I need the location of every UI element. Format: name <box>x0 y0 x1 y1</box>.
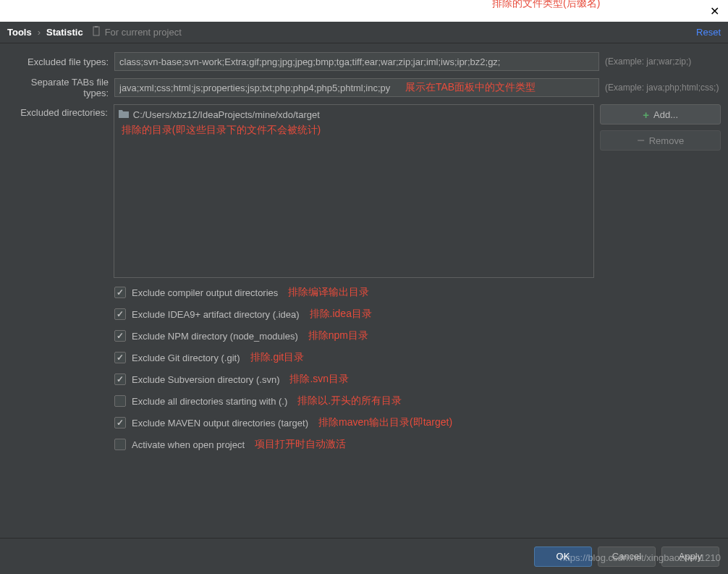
directory-list[interactable]: C:/Users/xbz12/IdeaProjects/mine/xdo/tar… <box>114 104 595 278</box>
clipboard-icon <box>92 26 101 38</box>
checkbox[interactable] <box>114 330 126 342</box>
scope-text: For current project <box>105 27 182 38</box>
label-excluded-types: Excluded file types: <box>7 56 109 67</box>
checkbox[interactable] <box>114 439 126 450</box>
label-tab-types: Separate TABs file types: <box>7 77 109 98</box>
scope-label: For current project <box>92 26 182 38</box>
reset-link[interactable]: Reset <box>696 27 721 38</box>
checkbox-label[interactable]: Exclude compiler output directories <box>132 287 278 298</box>
breadcrumb-current: Statistic <box>46 27 83 38</box>
checkbox-maven: Exclude MAVEN output directories (target… <box>114 415 721 430</box>
label-excluded-dirs: Excluded directories: <box>7 104 108 118</box>
checkbox-label[interactable]: Exclude Subversion directory (.svn) <box>132 374 279 385</box>
folder-icon <box>119 109 129 120</box>
annotation: 项目打开时自动激活 <box>255 438 346 451</box>
checkbox-npm: Exclude NPM directory (node_modules) 排除n… <box>114 329 721 343</box>
breadcrumb: Tools › Statistic <box>7 27 83 38</box>
checkbox-label[interactable]: Exclude NPM directory (node_modules) <box>132 331 298 342</box>
annotation: 排除.svn目录 <box>289 373 349 386</box>
breadcrumb-root[interactable]: Tools <box>7 27 32 38</box>
checkbox[interactable] <box>114 373 126 385</box>
add-label: Add... <box>653 109 678 120</box>
chevron-right-icon: › <box>38 27 41 38</box>
title-bar: ✕ <box>0 0 728 22</box>
checkbox-label[interactable]: Exclude MAVEN output directories (target… <box>132 418 308 429</box>
minus-icon: − <box>637 137 645 144</box>
excluded-types-input[interactable] <box>114 52 599 71</box>
annotation: 排除maven输出目录(即target) <box>318 416 452 429</box>
example-types: (Example: jar;war;zip;) <box>605 56 691 67</box>
cancel-button[interactable]: Cancel <box>598 546 656 567</box>
list-item[interactable]: C:/Users/xbz12/IdeaProjects/mine/xdo/tar… <box>117 108 591 122</box>
checkbox-idea-artifact: Exclude IDEA9+ artifact directory (.idea… <box>114 307 721 321</box>
checkbox[interactable] <box>114 395 126 407</box>
checkbox-label[interactable]: Activate when open project <box>132 439 245 450</box>
checkbox[interactable] <box>114 417 126 429</box>
checkbox-svn: Exclude Subversion directory (.svn) 排除.s… <box>114 372 721 387</box>
example-tabs: (Example: java;php;html;css;) <box>605 83 719 93</box>
checkbox-label[interactable]: Exclude Git directory (.git) <box>132 353 240 363</box>
remove-label: Remove <box>649 135 684 146</box>
annotation: 排除编译输出目录 <box>288 286 369 299</box>
settings-content: 排除的文件类型(后缀名) Excluded file types: (Examp… <box>0 43 728 466</box>
remove-button[interactable]: − Remove <box>600 130 721 151</box>
annotation: 排除以.开头的所有目录 <box>297 394 402 408</box>
checkbox-activate: Activate when open project 项目打开时自动激活 <box>114 437 721 452</box>
plus-icon: + <box>643 109 649 121</box>
close-icon[interactable]: ✕ <box>710 4 719 18</box>
svg-rect-0 <box>93 27 99 35</box>
checkbox-dot-dirs: Exclude all directories starting with (.… <box>114 394 721 408</box>
annotation: 排除npm目录 <box>308 329 368 342</box>
row-excluded-types: Excluded file types: (Example: jar;war;z… <box>7 52 721 71</box>
checkbox-label[interactable]: Exclude IDEA9+ artifact directory (.idea… <box>132 309 300 320</box>
annotation-dirs: 排除的目录(即这些目录下的文件不会被统计) <box>122 124 321 137</box>
row-excluded-dirs: Excluded directories: C:/Users/xbz12/Ide… <box>7 104 721 278</box>
add-button[interactable]: + Add... <box>600 104 721 124</box>
annotation: 排除.idea目录 <box>310 308 372 321</box>
checkbox-label[interactable]: Exclude all directories starting with (.… <box>132 396 287 407</box>
dialog-footer: OK Cancel Apply <box>0 538 728 574</box>
checkbox-list: Exclude compiler output directories 排除编译… <box>114 285 721 452</box>
apply-button[interactable]: Apply <box>661 546 719 567</box>
tab-types-input[interactable] <box>114 78 599 97</box>
svg-rect-1 <box>95 26 98 28</box>
dir-buttons: + Add... − Remove <box>600 104 721 151</box>
checkbox-compiler-output: Exclude compiler output directories 排除编译… <box>114 285 721 300</box>
checkbox-git: Exclude Git directory (.git) 排除.git目录 <box>114 350 721 365</box>
breadcrumb-bar: Tools › Statistic For current project Re… <box>0 22 728 43</box>
dir-path: C:/Users/xbz12/IdeaProjects/mine/xdo/tar… <box>133 109 320 120</box>
row-tab-types: Separate TABs file types: 展示在TAB面板中的文件类型… <box>7 77 721 98</box>
checkbox[interactable] <box>114 287 126 298</box>
checkbox[interactable] <box>114 308 126 320</box>
annotation: 排除.git目录 <box>250 351 305 364</box>
checkbox[interactable] <box>114 352 126 363</box>
annotation-types: 排除的文件类型(后缀名) <box>492 0 600 10</box>
ok-button[interactable]: OK <box>534 546 592 567</box>
